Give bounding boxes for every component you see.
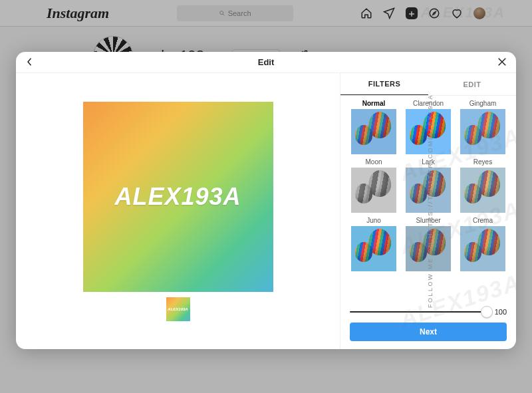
filter-label: Crema: [473, 217, 493, 224]
close-icon: [496, 56, 508, 68]
panel-tabs: FILTERS EDIT: [340, 73, 516, 96]
image-canvas[interactable]: ALEX193A: [83, 102, 273, 292]
slider-value: 100: [492, 308, 507, 316]
filter-thumbnail[interactable]: [460, 168, 505, 213]
canvas-area: ALEX193A ALEX193A: [16, 73, 340, 349]
filter-reyes[interactable]: Reyes: [459, 158, 507, 213]
slider-knob[interactable]: [481, 306, 493, 318]
filter-gingham[interactable]: Gingham: [459, 100, 507, 154]
filter-moon[interactable]: Moon: [350, 158, 398, 213]
filter-juno[interactable]: Juno: [350, 217, 398, 271]
filter-label: Gingham: [469, 100, 497, 107]
intensity-slider-row: 100: [340, 303, 516, 319]
filter-thumbnail[interactable]: [406, 168, 451, 213]
modal-header: Edit: [16, 52, 516, 73]
filter-crema[interactable]: Crema: [459, 217, 507, 271]
filter-thumbnail[interactable]: [351, 109, 396, 154]
canvas-overlay-text: ALEX193A: [114, 183, 241, 211]
chevron-left-icon: [24, 56, 36, 68]
filter-thumbnail[interactable]: [351, 226, 396, 271]
filter-label: Clarendon: [413, 100, 444, 107]
back-button[interactable]: [24, 56, 36, 70]
image-thumbnail[interactable]: ALEX193A: [166, 297, 190, 321]
filter-thumbnail[interactable]: [406, 226, 451, 271]
filter-normal[interactable]: Normal: [350, 100, 398, 154]
filter-slumber[interactable]: Slumber: [404, 217, 452, 271]
filter-label: Slumber: [416, 217, 440, 224]
tab-filters[interactable]: FILTERS: [340, 73, 428, 95]
modal-title: Edit: [258, 57, 275, 67]
filters-list: NormalClarendonGinghamMoonLarkReyesJunoS…: [340, 96, 516, 303]
tab-edit[interactable]: EDIT: [428, 73, 516, 95]
intensity-slider[interactable]: [350, 311, 487, 313]
filter-thumbnail[interactable]: [406, 109, 451, 154]
next-button[interactable]: Next: [350, 323, 507, 341]
edit-panel: FILTERS EDIT NormalClarendonGinghamMoonL…: [340, 73, 516, 349]
filter-label: Juno: [366, 217, 381, 224]
thumbnail-text: ALEX193A: [168, 307, 188, 311]
close-button[interactable]: [496, 56, 508, 70]
filter-thumbnail[interactable]: [460, 109, 505, 154]
filter-label: Moon: [365, 158, 382, 166]
filter-thumbnail[interactable]: [460, 226, 505, 271]
filter-label: Lark: [422, 158, 434, 166]
filter-lark[interactable]: Lark: [404, 158, 452, 213]
edit-modal: Edit ALEX193A ALEX193A FILTERS EDIT Norm…: [16, 52, 516, 349]
filter-thumbnail[interactable]: [351, 168, 396, 213]
filter-clarendon[interactable]: Clarendon: [404, 100, 452, 154]
filter-label: Reyes: [473, 158, 492, 166]
filter-label: Normal: [362, 100, 385, 107]
